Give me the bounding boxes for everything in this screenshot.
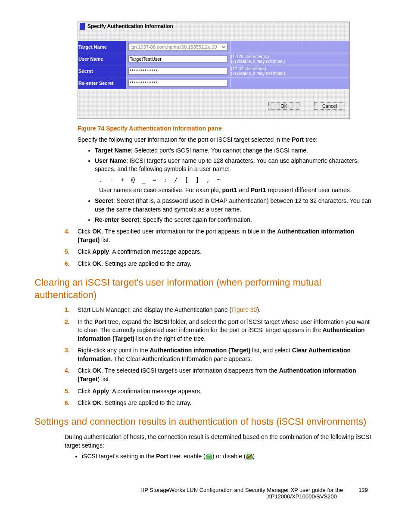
user-name-input[interactable] [128, 56, 227, 62]
step-item: 4.Click OK. The selected iSCSI target's … [65, 367, 389, 383]
pane-title: Specify Authentication Information [87, 23, 173, 29]
auth-info-pane: Specify Authentication Information Targe… [78, 22, 350, 119]
secret-input[interactable] [128, 68, 227, 75]
target-name-select[interactable]: iqn.1997-06.com.hp:hp.i50.153552.2e.00 [128, 43, 227, 51]
label-secret: Secret [78, 65, 126, 77]
svg-rect-1 [207, 454, 211, 456]
auth-form-table: Target Name iqn.1997-06.com.hp:hp.i50.15… [78, 41, 349, 89]
field-bullet: Target Name: Selected port's iSCSI name.… [95, 146, 389, 155]
label-user-name: User Name [78, 53, 126, 65]
label-reenter-secret: Re-enter Secret [78, 77, 126, 89]
footer-title: HP StorageWorks LUN Configuration and Se… [140, 487, 343, 493]
footer-models: XP12000/XP10000/SVS200 [22, 493, 389, 500]
ok-button[interactable]: OK [268, 102, 299, 110]
procedure-steps-a: 4.Click OK. The specified user informati… [65, 227, 389, 268]
step-item: 1.Start LUN Manager, and display the Aut… [65, 306, 389, 314]
hint-user-name: (1-128 character(s)) (In disable, it may… [230, 53, 349, 65]
step-item: 5.Click Apply. A confirmation message ap… [65, 387, 389, 396]
field-description-list-2: Secret: Secret (that is, a password used… [86, 197, 389, 224]
field-description-list: Target Name: Selected port's iSCSI name.… [86, 146, 389, 174]
section-heading-settings: Settings and connection results in authe… [34, 415, 372, 428]
settings-intro-paragraph: During authentication of hosts, the conn… [65, 432, 372, 450]
page-footer: HP StorageWorks LUN Configuration and Se… [22, 487, 389, 500]
field-bullet: Secret: Secret (that is, a password used… [95, 197, 389, 214]
title-marker-icon [80, 23, 85, 30]
hint-target-name [230, 41, 349, 53]
hint-secret: (12-32 characters) (In disable, it may n… [230, 65, 349, 77]
procedure-steps-b: 1.Start LUN Manager, and display the Aut… [65, 306, 389, 408]
step-item: 6.Click OK. Settings are applied to the … [65, 399, 389, 408]
section-heading-clearing: Clearing an iSCSI target's user informat… [34, 276, 372, 302]
step-item: 4.Click OK. The specified user informati… [65, 227, 389, 244]
reenter-secret-input[interactable] [128, 80, 227, 87]
hint-reenter [230, 77, 349, 89]
step-item: 5.Click Apply. A confirmation message ap… [65, 248, 389, 256]
cancel-button[interactable]: Cancel [314, 102, 345, 110]
step-item: 3.Right-click any point in the Authentic… [65, 346, 389, 363]
field-bullet: User Name: iSCSI target's user name up t… [95, 157, 389, 174]
iscsi-setting-bullet: iSCSI target's setting in the Port tree:… [82, 452, 389, 461]
enable-icon [206, 454, 212, 460]
allowed-symbols: . - + @ _ = : / [ ] , ~ [99, 176, 389, 183]
pane-title-bar: Specify Authentication Information [78, 22, 349, 31]
intro-paragraph: Specify the following user information f… [78, 135, 372, 144]
field-bullet: Re-enter Secret: Specify the secret agai… [95, 216, 389, 224]
case-sensitivity-note: User names are case-sensitive. For examp… [99, 186, 372, 194]
figure-caption: Figure 74 Specify Authentication Informa… [78, 125, 389, 132]
page-number: 129 [358, 487, 368, 493]
disable-icon [246, 454, 253, 460]
step-item: 6.Click OK. Settings are applied to the … [65, 260, 389, 268]
label-target-name: Target Name [78, 41, 126, 53]
step-item: 2.In the Port tree, expand the iSCSI fol… [65, 318, 389, 343]
